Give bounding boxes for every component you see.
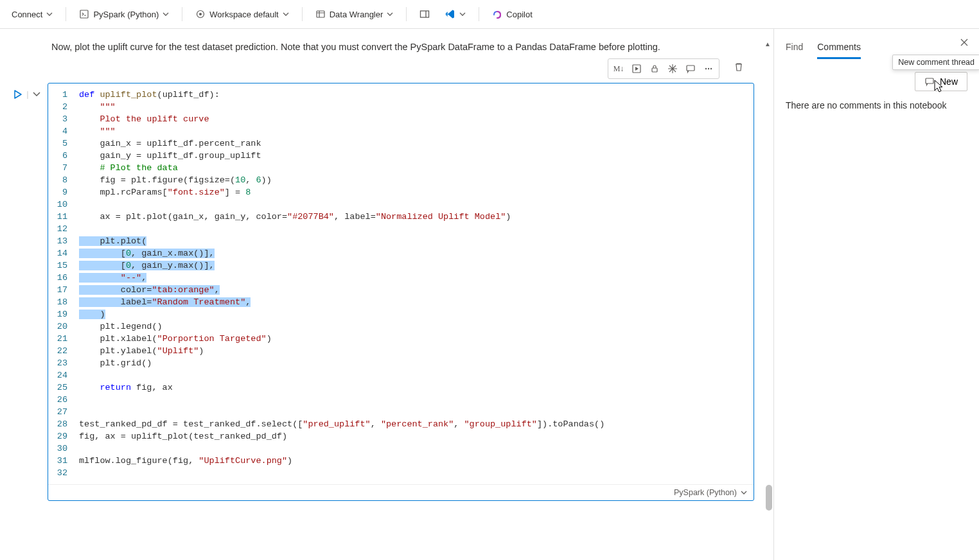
chevron-down-icon <box>163 12 169 16</box>
comments-tab[interactable]: Comments <box>817 39 861 59</box>
workspace-icon <box>195 9 206 19</box>
data-wrangler-dropdown[interactable]: Data Wrangler <box>309 6 400 22</box>
cell-action-row: M↓ <box>0 58 773 83</box>
svg-point-10 <box>710 68 712 69</box>
snowflake-icon <box>667 64 678 74</box>
svg-rect-6 <box>652 68 657 72</box>
run-icon <box>631 64 642 74</box>
line-number-gutter: 1234567891011121314151617181920212223242… <box>48 89 79 479</box>
cell-run-controls: | <box>6 83 48 501</box>
svg-rect-3 <box>317 11 324 17</box>
run-cell-menu-button[interactable] <box>33 89 40 99</box>
cell-toolbar: M↓ <box>608 58 719 79</box>
code-cell[interactable]: 1234567891011121314151617181920212223242… <box>48 83 754 501</box>
comment-icon <box>924 76 935 87</box>
language-label: PySpark (Python) <box>674 488 737 497</box>
chevron-down-icon <box>741 491 747 494</box>
code-editor[interactable]: 1234567891011121314151617181920212223242… <box>48 83 754 484</box>
workspace-label: Workspace default <box>209 10 278 19</box>
toolbar-separator <box>66 7 66 21</box>
scrollbar-track[interactable] <box>763 67 773 560</box>
delete-cell-button[interactable] <box>730 58 748 75</box>
kernel-dropdown[interactable]: PySpark (Python) <box>73 6 175 22</box>
lock-icon <box>649 64 660 74</box>
empty-comments-message: There are no comments in this notebook <box>786 100 967 110</box>
new-comment-button[interactable]: New <box>915 72 967 91</box>
layout-icon <box>419 9 430 19</box>
toolbar-separator <box>406 7 407 21</box>
freeze-cell-button[interactable] <box>664 60 682 77</box>
vscode-icon <box>445 9 455 19</box>
find-tab[interactable]: Find <box>786 39 803 59</box>
svg-rect-7 <box>687 66 694 71</box>
copilot-button[interactable]: Copilot <box>486 6 538 22</box>
top-toolbar: Connect PySpark (Python) Workspace defau… <box>0 0 979 29</box>
svg-rect-11 <box>926 78 933 83</box>
chevron-down-icon <box>387 12 393 16</box>
new-comment-tooltip: New comment thread <box>892 55 979 70</box>
chevron-down-icon <box>283 12 289 16</box>
notebook-area: ▲ Now, plot the uplift curve for the tes… <box>0 29 773 560</box>
svg-rect-0 <box>80 10 88 18</box>
close-panel-button[interactable] <box>960 38 969 49</box>
chevron-down-icon <box>459 12 466 16</box>
markdown-cell-text: Now, plot the uplift curve for the test … <box>0 42 773 52</box>
svg-point-2 <box>199 13 202 15</box>
comment-cell-button[interactable] <box>682 60 700 77</box>
toolbar-separator <box>302 7 303 21</box>
toolbar-separator <box>182 7 182 21</box>
code-lines[interactable]: def uplift_plot(uplift_df): """ Plot the… <box>79 89 754 479</box>
new-button-row: New <box>786 72 967 91</box>
trash-icon <box>734 62 744 72</box>
connect-label: Connect <box>12 10 42 19</box>
lock-cell-button[interactable] <box>646 60 664 77</box>
layout-button[interactable] <box>413 6 436 22</box>
scroll-up-arrow[interactable]: ▲ <box>763 40 772 49</box>
connect-dropdown[interactable]: Connect <box>5 6 59 22</box>
kernel-label: PySpark (Python) <box>93 10 159 19</box>
data-wrangler-icon <box>315 9 326 19</box>
scrollbar-thumb[interactable] <box>766 485 772 511</box>
workspace-dropdown[interactable]: Workspace default <box>189 6 295 22</box>
new-button-label: New <box>940 76 958 87</box>
svg-rect-4 <box>421 11 429 17</box>
run-cell-button[interactable] <box>628 60 646 77</box>
svg-point-8 <box>705 68 707 69</box>
copilot-label: Copilot <box>506 10 532 19</box>
data-wrangler-label: Data Wrangler <box>330 10 384 19</box>
comments-panel: Find Comments New comment thread New The… <box>773 29 979 560</box>
convert-markdown-button[interactable]: M↓ <box>610 60 628 77</box>
close-icon <box>960 38 969 47</box>
comment-icon <box>685 64 696 74</box>
svg-point-9 <box>708 68 709 69</box>
toolbar-separator <box>479 7 479 21</box>
main-layout: ▲ Now, plot the uplift curve for the tes… <box>0 29 979 560</box>
cell-footer: PySpark (Python) <box>48 484 754 500</box>
more-cell-actions-button[interactable] <box>700 60 718 77</box>
vscode-dropdown[interactable] <box>439 6 472 22</box>
code-cell-wrapper: | 12345678910111213141516171819202122232… <box>0 83 773 501</box>
language-picker[interactable]: PySpark (Python) <box>674 488 747 497</box>
chevron-down-icon <box>46 12 53 16</box>
spacer <box>719 58 725 79</box>
copilot-icon <box>492 9 502 19</box>
ellipsis-icon <box>703 64 714 74</box>
run-cell-play-button[interactable] <box>13 89 22 101</box>
kernel-icon <box>79 9 89 19</box>
